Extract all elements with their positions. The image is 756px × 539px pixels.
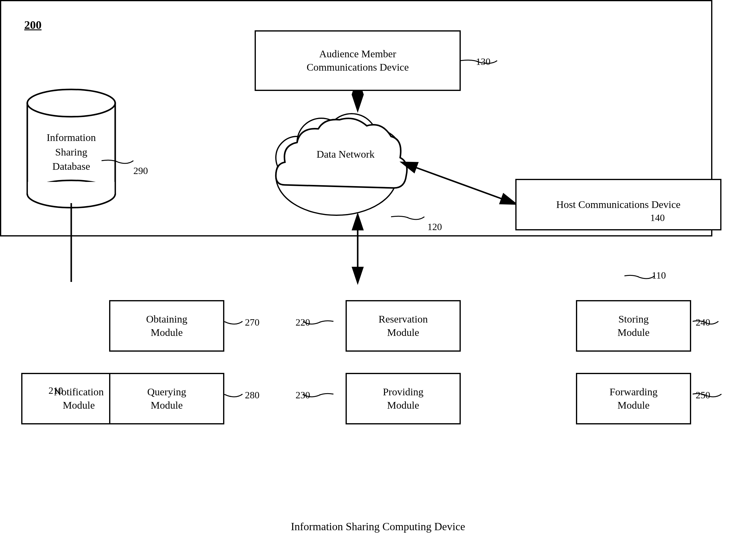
data-network-label: Data Network — [303, 149, 388, 160]
diagram: 200 Audience MemberCommunications Device… — [0, 0, 756, 539]
computing-device-label: Information Sharing Computing Device — [0, 520, 756, 533]
ref-130: 130 — [476, 56, 491, 67]
ref-110: 110 — [652, 270, 666, 281]
ref-250: 250 — [696, 390, 710, 401]
ref-240: 240 — [696, 317, 710, 328]
ref-280: 280 — [245, 390, 260, 401]
reservation-module-box: ReservationModule — [345, 300, 461, 352]
querying-module-label: QueryingModule — [147, 385, 186, 412]
audience-device-box: Audience MemberCommunications Device — [255, 30, 461, 91]
ref-120: 120 — [427, 221, 442, 233]
providing-module-box: ProvidingModule — [345, 373, 461, 424]
forwarding-module-box: ForwardingModule — [576, 373, 691, 424]
ref-210: 210 — [48, 385, 63, 396]
db-label: InformationSharingDatabase — [27, 130, 115, 174]
querying-module-box: QueryingModule — [109, 373, 224, 424]
ref-140: 140 — [650, 212, 665, 223]
providing-module-label: ProvidingModule — [383, 385, 423, 412]
figure-label: 200 — [24, 18, 41, 32]
ref-290: 290 — [133, 165, 148, 177]
obtaining-module-label: ObtainingModule — [146, 313, 187, 339]
obtaining-module-box: ObtainingModule — [109, 300, 224, 352]
host-device-label: Host Communications Device — [556, 198, 681, 211]
ref-230: 230 — [296, 390, 310, 401]
audience-device-label: Audience MemberCommunications Device — [306, 47, 409, 74]
storing-module-label: StoringModule — [618, 313, 649, 339]
ref-270: 270 — [245, 317, 260, 328]
reservation-module-label: ReservationModule — [379, 313, 428, 339]
storing-module-box: StoringModule — [576, 300, 691, 352]
host-device-box: Host Communications Device — [515, 179, 721, 230]
ref-220: 220 — [296, 317, 310, 328]
forwarding-module-label: ForwardingModule — [610, 385, 658, 412]
